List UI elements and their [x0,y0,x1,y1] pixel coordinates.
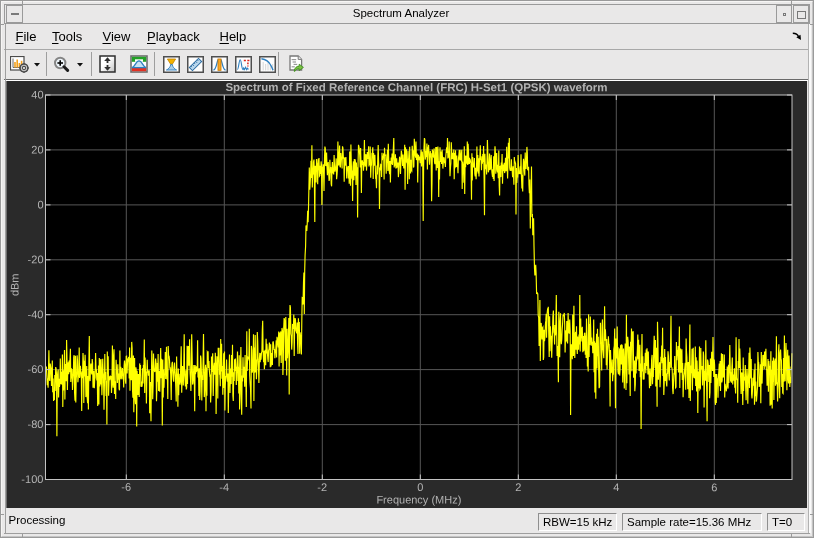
svg-text:-40: -40 [28,309,44,321]
svg-text:dBm: dBm [9,273,21,296]
svg-text:-2: -2 [317,482,327,494]
svg-text:-6: -6 [121,482,131,494]
svg-text:-100: -100 [21,474,43,486]
svg-text:-80: -80 [28,419,44,431]
svg-text:-60: -60 [28,364,44,376]
svg-text:2: 2 [515,482,521,494]
svg-text:0: 0 [417,482,423,494]
svg-text:-20: -20 [28,254,44,266]
svg-text:-4: -4 [219,482,229,494]
svg-text:0: 0 [37,199,43,211]
svg-text:Spectrum of Fixed Reference Ch: Spectrum of Fixed Reference Channel (FRC… [225,82,607,94]
svg-text:Frequency (MHz): Frequency (MHz) [376,494,461,506]
svg-text:6: 6 [711,482,717,494]
svg-text:40: 40 [31,89,43,101]
svg-text:4: 4 [613,482,619,494]
svg-text:20: 20 [31,144,43,156]
